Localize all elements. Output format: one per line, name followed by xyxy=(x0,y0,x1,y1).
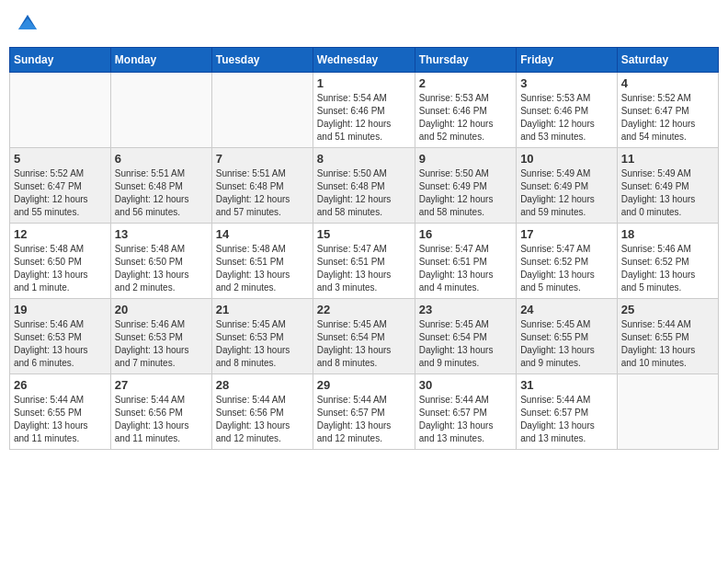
day-info: Sunrise: 5:46 AM Sunset: 6:53 PM Dayligh… xyxy=(14,318,107,370)
day-info: Sunrise: 5:48 AM Sunset: 6:50 PM Dayligh… xyxy=(115,243,208,294)
day-info: Sunrise: 5:44 AM Sunset: 6:55 PM Dayligh… xyxy=(14,394,107,445)
day-info: Sunrise: 5:44 AM Sunset: 6:56 PM Dayligh… xyxy=(115,394,208,445)
day-number: 24 xyxy=(520,303,613,316)
day-number: 3 xyxy=(520,76,613,90)
day-number: 25 xyxy=(621,303,714,316)
calendar-day-cell: 20Sunrise: 5:46 AM Sunset: 6:53 PM Dayli… xyxy=(110,299,211,374)
calendar-day-cell: 8Sunrise: 5:50 AM Sunset: 6:48 PM Daylig… xyxy=(313,148,415,224)
column-header-saturday: Saturday xyxy=(617,48,718,73)
day-info: Sunrise: 5:45 AM Sunset: 6:54 PM Dayligh… xyxy=(317,318,411,370)
calendar-day-cell: 1Sunrise: 5:54 AM Sunset: 6:46 PM Daylig… xyxy=(313,73,415,148)
day-number: 29 xyxy=(317,378,411,392)
calendar-day-cell: 21Sunrise: 5:45 AM Sunset: 6:53 PM Dayli… xyxy=(211,299,313,374)
calendar-day-cell: 14Sunrise: 5:48 AM Sunset: 6:51 PM Dayli… xyxy=(211,224,313,299)
calendar-week-row: 1Sunrise: 5:54 AM Sunset: 6:46 PM Daylig… xyxy=(10,73,719,148)
day-number: 27 xyxy=(115,378,208,392)
day-info: Sunrise: 5:54 AM Sunset: 6:46 PM Dayligh… xyxy=(317,92,411,144)
calendar-day-cell: 6Sunrise: 5:51 AM Sunset: 6:48 PM Daylig… xyxy=(110,148,211,224)
column-header-friday: Friday xyxy=(517,48,618,73)
calendar-day-cell: 23Sunrise: 5:45 AM Sunset: 6:54 PM Dayli… xyxy=(415,299,516,374)
day-number: 1 xyxy=(317,76,411,90)
calendar-week-row: 12Sunrise: 5:48 AM Sunset: 6:50 PM Dayli… xyxy=(10,224,719,299)
day-number: 7 xyxy=(216,152,309,166)
day-info: Sunrise: 5:47 AM Sunset: 6:51 PM Dayligh… xyxy=(317,243,411,294)
calendar-day-cell: 26Sunrise: 5:44 AM Sunset: 6:55 PM Dayli… xyxy=(10,374,111,450)
day-info: Sunrise: 5:52 AM Sunset: 6:47 PM Dayligh… xyxy=(621,92,714,144)
calendar-day-cell xyxy=(617,374,718,450)
day-info: Sunrise: 5:50 AM Sunset: 6:48 PM Dayligh… xyxy=(317,167,411,219)
calendar-day-cell: 7Sunrise: 5:51 AM Sunset: 6:48 PM Daylig… xyxy=(211,148,313,224)
calendar-day-cell: 16Sunrise: 5:47 AM Sunset: 6:51 PM Dayli… xyxy=(415,224,516,299)
column-header-monday: Monday xyxy=(110,48,211,73)
page-header xyxy=(9,9,719,40)
day-number: 8 xyxy=(317,152,411,166)
day-info: Sunrise: 5:47 AM Sunset: 6:52 PM Dayligh… xyxy=(520,243,613,294)
calendar-day-cell: 22Sunrise: 5:45 AM Sunset: 6:54 PM Dayli… xyxy=(313,299,415,374)
day-info: Sunrise: 5:46 AM Sunset: 6:52 PM Dayligh… xyxy=(621,243,714,294)
day-number: 5 xyxy=(14,152,107,166)
day-number: 14 xyxy=(216,227,309,241)
day-number: 28 xyxy=(216,378,309,392)
column-header-thursday: Thursday xyxy=(415,48,516,73)
calendar-day-cell xyxy=(211,73,313,148)
day-info: Sunrise: 5:47 AM Sunset: 6:51 PM Dayligh… xyxy=(419,243,512,294)
calendar-day-cell: 28Sunrise: 5:44 AM Sunset: 6:56 PM Dayli… xyxy=(211,374,313,450)
day-info: Sunrise: 5:44 AM Sunset: 6:55 PM Dayligh… xyxy=(621,318,714,370)
day-number: 15 xyxy=(317,227,411,241)
day-number: 21 xyxy=(216,303,309,316)
calendar-week-row: 19Sunrise: 5:46 AM Sunset: 6:53 PM Dayli… xyxy=(10,299,719,374)
day-number: 17 xyxy=(520,227,613,241)
day-info: Sunrise: 5:51 AM Sunset: 6:48 PM Dayligh… xyxy=(216,167,309,219)
day-info: Sunrise: 5:44 AM Sunset: 6:56 PM Dayligh… xyxy=(216,394,309,445)
column-header-sunday: Sunday xyxy=(10,48,111,73)
calendar-day-cell: 31Sunrise: 5:44 AM Sunset: 6:57 PM Dayli… xyxy=(517,374,618,450)
day-info: Sunrise: 5:49 AM Sunset: 6:49 PM Dayligh… xyxy=(621,167,714,219)
svg-marker-1 xyxy=(18,18,37,29)
logo xyxy=(13,9,40,40)
day-info: Sunrise: 5:48 AM Sunset: 6:50 PM Dayligh… xyxy=(14,243,107,294)
day-number: 23 xyxy=(419,303,512,316)
logo-icon xyxy=(15,9,40,35)
logo-text xyxy=(13,9,40,40)
calendar-day-cell: 3Sunrise: 5:53 AM Sunset: 6:46 PM Daylig… xyxy=(517,73,618,148)
calendar-day-cell: 19Sunrise: 5:46 AM Sunset: 6:53 PM Dayli… xyxy=(10,299,111,374)
calendar-day-cell: 4Sunrise: 5:52 AM Sunset: 6:47 PM Daylig… xyxy=(617,73,718,148)
calendar-day-cell: 30Sunrise: 5:44 AM Sunset: 6:57 PM Dayli… xyxy=(415,374,516,450)
calendar-day-cell xyxy=(110,73,211,148)
calendar-week-row: 26Sunrise: 5:44 AM Sunset: 6:55 PM Dayli… xyxy=(10,374,719,450)
day-number: 19 xyxy=(14,303,107,316)
calendar-day-cell: 17Sunrise: 5:47 AM Sunset: 6:52 PM Dayli… xyxy=(517,224,618,299)
calendar-day-cell: 29Sunrise: 5:44 AM Sunset: 6:57 PM Dayli… xyxy=(313,374,415,450)
day-number: 11 xyxy=(621,152,714,166)
day-number: 12 xyxy=(14,227,107,241)
calendar-day-cell: 18Sunrise: 5:46 AM Sunset: 6:52 PM Dayli… xyxy=(617,224,718,299)
day-info: Sunrise: 5:49 AM Sunset: 6:49 PM Dayligh… xyxy=(520,167,613,219)
day-info: Sunrise: 5:44 AM Sunset: 6:57 PM Dayligh… xyxy=(419,394,512,445)
day-info: Sunrise: 5:45 AM Sunset: 6:54 PM Dayligh… xyxy=(419,318,512,370)
calendar-day-cell: 2Sunrise: 5:53 AM Sunset: 6:46 PM Daylig… xyxy=(415,73,516,148)
calendar-day-cell: 15Sunrise: 5:47 AM Sunset: 6:51 PM Dayli… xyxy=(313,224,415,299)
day-number: 20 xyxy=(115,303,208,316)
day-info: Sunrise: 5:44 AM Sunset: 6:57 PM Dayligh… xyxy=(520,394,613,445)
calendar-header-row: SundayMondayTuesdayWednesdayThursdayFrid… xyxy=(10,48,719,73)
calendar-week-row: 5Sunrise: 5:52 AM Sunset: 6:47 PM Daylig… xyxy=(10,148,719,224)
day-number: 30 xyxy=(419,378,512,392)
calendar-day-cell: 9Sunrise: 5:50 AM Sunset: 6:49 PM Daylig… xyxy=(415,148,516,224)
day-number: 18 xyxy=(621,227,714,241)
day-number: 26 xyxy=(14,378,107,392)
calendar-day-cell: 13Sunrise: 5:48 AM Sunset: 6:50 PM Dayli… xyxy=(110,224,211,299)
day-info: Sunrise: 5:45 AM Sunset: 6:53 PM Dayligh… xyxy=(216,318,309,370)
calendar-day-cell: 12Sunrise: 5:48 AM Sunset: 6:50 PM Dayli… xyxy=(10,224,111,299)
calendar-day-cell xyxy=(10,73,111,148)
column-header-tuesday: Tuesday xyxy=(211,48,313,73)
calendar-day-cell: 25Sunrise: 5:44 AM Sunset: 6:55 PM Dayli… xyxy=(617,299,718,374)
calendar-table: SundayMondayTuesdayWednesdayThursdayFrid… xyxy=(9,47,719,450)
day-info: Sunrise: 5:44 AM Sunset: 6:57 PM Dayligh… xyxy=(317,394,411,445)
day-info: Sunrise: 5:52 AM Sunset: 6:47 PM Dayligh… xyxy=(14,167,107,219)
day-number: 4 xyxy=(621,76,714,90)
day-number: 9 xyxy=(419,152,512,166)
day-number: 13 xyxy=(115,227,208,241)
calendar-day-cell: 11Sunrise: 5:49 AM Sunset: 6:49 PM Dayli… xyxy=(617,148,718,224)
calendar-day-cell: 27Sunrise: 5:44 AM Sunset: 6:56 PM Dayli… xyxy=(110,374,211,450)
day-number: 2 xyxy=(419,76,512,90)
